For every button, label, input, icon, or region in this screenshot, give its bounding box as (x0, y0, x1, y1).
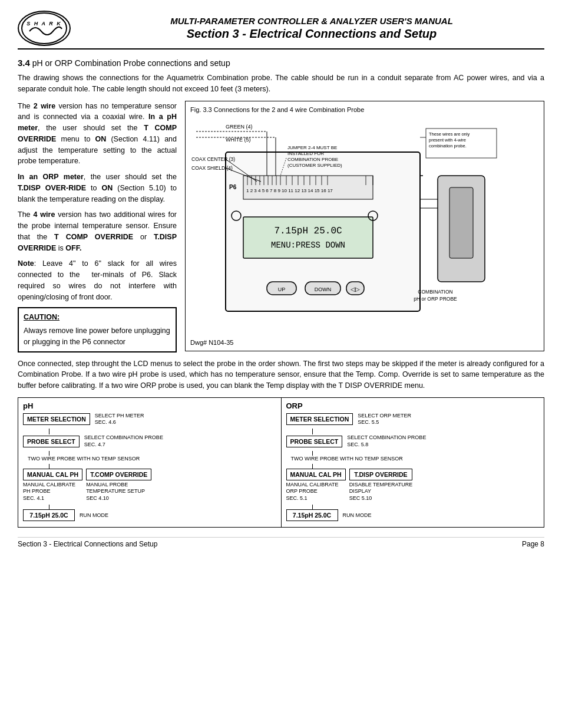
intro-paragraph: The drawing shows the connections for th… (18, 73, 544, 95)
svg-text:INSTALLED FOR: INSTALLED FOR (287, 151, 324, 156)
svg-text:1 2 3 4 5 6 7 8 9 10 11 12 13 : 1 2 3 4 5 6 7 8 9 10 11 12 13 14 15 16 1… (246, 188, 333, 193)
svg-rect-3 (243, 217, 373, 258)
footer-right: Page 8 (522, 540, 544, 548)
svg-text:P6: P6 (229, 184, 237, 190)
orp-tdisp-label: DISABLE TEMPERATUREDISPLAYSEC 5.10 (349, 482, 413, 502)
orp-flow: ORP METER SELECTION SELECT ORP METERSEC.… (282, 398, 544, 527)
orp-runmode-label: RUN MODE (343, 512, 372, 518)
text-4wire: The 4 wire version has two additional wi… (18, 209, 177, 253)
section-heading: 3.4 pH or ORP Combination Probe connecti… (18, 58, 544, 68)
header-text: MULTI-PARAMETER CONTROLLER & ANALYZER US… (79, 16, 544, 41)
ph-title: pH (23, 401, 276, 410)
logo: S H A R K (18, 11, 71, 46)
dwg-label: Dwg# N104-35 (190, 339, 539, 346)
connection-diagram: 7.15pH 25.0C MENU:PRESS DOWN 1 2 3 4 5 6… (190, 117, 503, 335)
svg-text:JUMPER 2-4 MUST BE: JUMPER 2-4 MUST BE (287, 145, 337, 150)
ph-step-4: 7.15pH 25.0C RUN MODE (23, 509, 276, 521)
ph-meter-selection-label: SELECT PH METERSEC. 4.6 (95, 413, 144, 426)
page-footer: Section 3 - Electrical Connections and S… (18, 537, 544, 548)
orp-arrow-3 (312, 464, 313, 469)
ph-branch-label: TWO WIRE PROBE WITH NO TEMP SENSOR (28, 456, 276, 462)
svg-point-0 (22, 13, 67, 44)
ph-arrow-2 (49, 451, 49, 456)
orp-probe-select-box: PROBE SELECT (286, 436, 343, 447)
caution-text: Always remove line power before unpluggi… (24, 325, 171, 348)
svg-text:GREEN (4): GREEN (4) (226, 124, 253, 130)
svg-text:S H A R K: S H A R K (27, 21, 61, 27)
left-column: The 2 wire version has no temperature se… (18, 101, 177, 353)
flow-section: pH METER SELECTION SELECT PH METERSEC. 4… (18, 397, 544, 528)
ph-flow: pH METER SELECTION SELECT PH METERSEC. 4… (18, 398, 282, 527)
ph-manual-cal-label: MANUAL CALIBRATEPH PROBESEC. 4.1 (23, 482, 82, 502)
ph-meter-selection-box: METER SELECTION (23, 413, 90, 425)
orp-probe-select-label: SELECT COMBINATION PROBESEC. 5.8 (347, 434, 426, 448)
svg-text:UP: UP (278, 286, 286, 292)
orp-arrow-2 (312, 451, 313, 456)
svg-text:(CUSTOMER SUPPLIED): (CUSTOMER SUPPLIED) (287, 163, 342, 168)
svg-rect-57 (449, 187, 473, 258)
svg-text:combination probe.: combination probe. (429, 143, 467, 149)
svg-text:WHITE (5): WHITE (5) (226, 137, 251, 143)
svg-text:These wires are only: These wires are only (429, 131, 470, 137)
ph-runmode-label: RUN MODE (80, 512, 108, 518)
text-note: Note: Leave 4" to 6" slack for all wires… (18, 258, 177, 302)
svg-text:COMBINATION PROBE: COMBINATION PROBE (287, 157, 338, 162)
header-subtitle: Section 3 - Electrical Connections and S… (79, 27, 544, 41)
ph-manual-cal-box: MANUAL CAL PH (23, 469, 82, 480)
ph-arrow-3 (49, 464, 49, 469)
ph-probe-select-label: SELECT COMBINATION PROBESEC. 4.7 (84, 434, 163, 448)
svg-text:7.15pH    25.0C: 7.15pH 25.0C (274, 226, 342, 236)
ph-runmode-box: 7.15pH 25.0C (23, 509, 75, 521)
ph-probe-select-box: PROBE SELECT (23, 436, 80, 447)
orp-step-2: PROBE SELECT SELECT COMBINATION PROBESEC… (286, 434, 540, 448)
footer-left: Section 3 - Electrical Connections and S… (18, 540, 157, 548)
section-number: 3.4 (18, 58, 30, 68)
ph-step-1: METER SELECTION SELECT PH METERSEC. 4.6 (23, 413, 276, 426)
diagram-box: Fig. 3.3 Connections for the 2 and 4 wir… (185, 101, 544, 351)
section-title: pH or ORP Combination Probe connections … (32, 58, 230, 68)
svg-text:pH or ORP PROBE: pH or ORP PROBE (414, 296, 457, 302)
ph-tcomp-box: T.COMP OVERRIDE (86, 469, 151, 480)
svg-text:COAX SHIELD (4): COAX SHIELD (4) (191, 165, 233, 171)
svg-text:present with 4-wire: present with 4-wire (429, 137, 466, 143)
orp-branch-label: TWO WIRE PROBE WITH NO TEMP SENSOR (291, 456, 540, 462)
orp-manual-cal-label: MANUAL CALIBRATEORP PROBESEC. 5.1 (286, 482, 346, 502)
orp-runmode-box: 7.15pH 25.0C (286, 509, 338, 521)
figure-label: Fig. 3.3 Connections for the 2 and 4 wir… (190, 106, 539, 113)
orp-step-3: MANUAL CAL PH MANUAL CALIBRATEORP PROBES… (286, 469, 540, 502)
orp-arrow-4 (312, 505, 313, 509)
caution-box: CAUTION: Always remove line power before… (18, 307, 177, 352)
svg-text:MENU:PRESS  DOWN: MENU:PRESS DOWN (271, 241, 345, 250)
right-column: Fig. 3.3 Connections for the 2 and 4 wir… (185, 101, 544, 353)
caution-title: CAUTION: (24, 312, 171, 323)
orp-meter-selection-box: METER SELECTION (286, 413, 353, 425)
ph-step-2: PROBE SELECT SELECT COMBINATION PROBESEC… (23, 434, 276, 448)
svg-text:◁▷: ◁▷ (351, 286, 360, 292)
ph-step-3: MANUAL CAL PH MANUAL CALIBRATEPH PROBESE… (23, 469, 276, 502)
text-2wire: The 2 wire version has no temperature se… (18, 101, 177, 167)
text-orp: In an ORP meter, the user should set the… (18, 172, 177, 205)
orp-step-1: METER SELECTION SELECT ORP METERSEC. 5.5 (286, 413, 540, 426)
header-title: MULTI-PARAMETER CONTROLLER & ANALYZER US… (79, 16, 544, 26)
ph-tcomp-label: MANUAL PROBETEMPERATURE SETUPSEC 4.10 (86, 482, 151, 502)
orp-tdisp-box: T.DISP OVERRIDE (349, 469, 413, 480)
content-area: The 2 wire version has no temperature se… (18, 101, 544, 353)
orp-arrow-1 (312, 429, 313, 434)
ph-arrow-1 (49, 429, 49, 434)
orp-manual-cal-box: MANUAL CAL PH (286, 469, 346, 480)
orp-meter-selection-label: SELECT ORP METERSEC. 5.5 (358, 413, 411, 426)
svg-rect-6 (243, 176, 373, 199)
orp-title: ORP (286, 401, 540, 410)
page-header: S H A R K MULTI-PARAMETER CONTROLLER & A… (18, 11, 544, 50)
ph-arrow-4 (49, 505, 49, 509)
svg-text:COMBINATION: COMBINATION (418, 289, 452, 295)
after-paragraph: Once connected, step throught the LCD me… (18, 358, 544, 391)
orp-step-4: 7.15pH 25.0C RUN MODE (286, 509, 540, 521)
svg-text:DOWN: DOWN (315, 286, 332, 292)
